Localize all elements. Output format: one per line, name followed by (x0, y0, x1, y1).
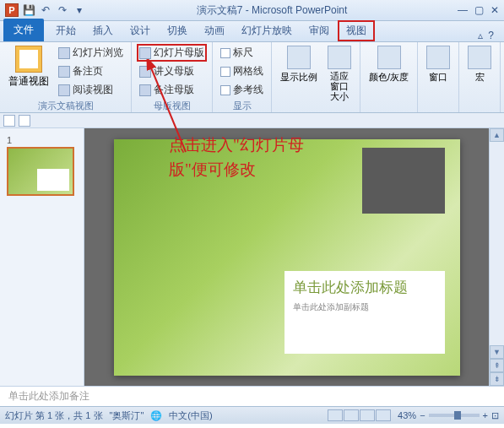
slides-tab-icon[interactable] (19, 115, 30, 127)
slide-master-icon (139, 47, 151, 59)
fit-label: 适应窗口大小 (328, 71, 351, 101)
fit-window-button[interactable]: 适应窗口大小 (324, 44, 355, 103)
tab-home[interactable]: 开始 (47, 20, 84, 41)
group-macro-label (464, 111, 495, 112)
tab-design[interactable]: 设计 (122, 20, 159, 41)
status-language[interactable]: 中文(中国) (169, 409, 212, 422)
gridlines-label: 网格线 (233, 64, 263, 79)
outline-tab-icon[interactable] (3, 115, 15, 127)
undo-icon[interactable]: ↶ (39, 3, 52, 17)
notes-pane[interactable]: 单击此处添加备注 (0, 386, 504, 406)
subtitle-placeholder[interactable]: 单击此处添加副标题 (293, 301, 436, 313)
scroll-track[interactable] (490, 142, 504, 345)
vertical-scrollbar[interactable]: ▲ ▼ ⇞ ⇟ (489, 128, 504, 386)
guides-label: 参考线 (233, 83, 263, 97)
zoom-icon (287, 46, 311, 69)
tab-transitions[interactable]: 切换 (159, 20, 196, 41)
tab-file[interactable]: 文件 (3, 19, 44, 41)
macro-button[interactable]: 宏 (464, 44, 495, 85)
slide-master-button[interactable]: 幻灯片母版 (137, 44, 207, 62)
group-zoom-label (277, 111, 355, 112)
checkbox-icon (220, 85, 230, 95)
status-slide-info: 幻灯片 第 1 张，共 1 张 (5, 409, 103, 422)
fit-to-window-status-button[interactable]: ⊡ (491, 410, 499, 421)
color-label: 颜色/灰度 (369, 71, 409, 84)
reading-view-button[interactable]: 阅读视图 (56, 81, 126, 99)
guides-checkbox[interactable]: 参考线 (218, 81, 266, 99)
tab-slideshow[interactable]: 幻灯片放映 (233, 20, 301, 41)
maximize-button[interactable]: ▢ (474, 4, 484, 16)
ruler-checkbox[interactable]: 标尺 (218, 44, 266, 62)
notes-page-icon (58, 66, 70, 78)
notes-master-icon (139, 84, 151, 96)
handout-master-label: 讲义母版 (154, 64, 194, 79)
slideshow-status-button[interactable] (376, 409, 391, 421)
slide-sorter-button[interactable]: 幻灯片浏览 (56, 44, 126, 62)
app-icon: P (5, 3, 19, 17)
tab-review[interactable]: 审阅 (301, 20, 338, 41)
group-master-label: 母版视图 (137, 99, 207, 113)
normal-view-status-button[interactable] (328, 409, 343, 421)
reading-icon (58, 84, 70, 96)
thumbnail-number: 1 (7, 135, 77, 145)
tab-animations[interactable]: 动画 (196, 20, 233, 41)
group-color-label (366, 111, 412, 112)
ruler-label: 标尺 (233, 46, 253, 60)
save-icon[interactable]: 💾 (22, 3, 35, 17)
close-button[interactable]: ✕ (490, 4, 499, 16)
notes-page-label: 备注页 (73, 64, 103, 79)
sorter-view-status-button[interactable] (344, 409, 359, 421)
macro-icon (468, 46, 491, 69)
normal-view-button[interactable]: 普通视图 (5, 44, 52, 90)
normal-view-label: 普通视图 (8, 74, 49, 89)
color-icon (377, 46, 401, 69)
redo-icon[interactable]: ↷ (56, 3, 69, 17)
tab-view[interactable]: 视图 (338, 20, 375, 41)
handout-master-button[interactable]: 讲义母版 (137, 62, 207, 80)
window-label: 窗口 (429, 71, 447, 84)
slide-master-label: 幻灯片母版 (154, 46, 204, 60)
sorter-icon (58, 47, 70, 59)
window-icon (426, 46, 450, 69)
normal-view-icon (15, 46, 42, 73)
window-title: 演示文稿7 - Microsoft PowerPoint (86, 3, 458, 18)
zoom-label: 显示比例 (280, 71, 317, 84)
notes-page-button[interactable]: 备注页 (56, 62, 126, 80)
zoom-slider[interactable] (429, 414, 480, 417)
prev-slide-icon[interactable]: ⇞ (490, 359, 504, 372)
group-window-label (423, 111, 453, 112)
tab-insert[interactable]: 插入 (84, 20, 122, 41)
ribbon-minimize-icon[interactable]: ▵ (478, 30, 483, 41)
gridlines-checkbox[interactable]: 网格线 (218, 62, 266, 80)
group-views-label: 演示文稿视图 (5, 99, 126, 113)
handout-master-icon (139, 66, 151, 78)
reading-label: 阅读视图 (73, 83, 113, 97)
status-theme: "奥斯汀" (110, 409, 144, 422)
window-button[interactable]: 窗口 (423, 44, 453, 85)
slide-thumbnail[interactable] (7, 147, 74, 196)
title-placeholder-box[interactable]: 单击此处添加标题 单击此处添加副标题 (285, 271, 445, 354)
thumbnail-panel: 1 (0, 128, 84, 386)
zoom-percent[interactable]: 43% (398, 410, 416, 420)
checkbox-icon (220, 48, 230, 58)
notes-master-button[interactable]: 备注母版 (137, 81, 207, 99)
help-icon[interactable]: ? (488, 30, 494, 41)
title-placeholder[interactable]: 单击此处添加标题 (293, 279, 436, 296)
group-show-label: 显示 (218, 99, 266, 113)
slide-canvas[interactable]: 单击此处添加标题 单击此处添加副标题 (114, 139, 460, 376)
qat-dropdown-icon[interactable]: ▾ (73, 3, 86, 17)
zoom-out-button[interactable]: − (420, 410, 425, 420)
slide-decoration (362, 148, 445, 214)
scroll-up-icon[interactable]: ▲ (490, 128, 504, 142)
scroll-down-icon[interactable]: ▼ (490, 345, 504, 359)
zoom-button[interactable]: 显示比例 (277, 44, 321, 85)
status-lang-icon: 🌐 (150, 410, 162, 421)
minimize-button[interactable]: — (458, 4, 468, 16)
color-grayscale-button[interactable]: 颜色/灰度 (366, 44, 412, 85)
next-slide-icon[interactable]: ⇟ (490, 372, 504, 386)
sorter-label: 幻灯片浏览 (73, 46, 123, 60)
zoom-in-button[interactable]: + (483, 410, 488, 420)
slide-editor[interactable]: 单击此处添加标题 单击此处添加副标题 (84, 128, 489, 386)
macro-label: 宏 (475, 71, 485, 84)
reading-view-status-button[interactable] (360, 409, 375, 421)
